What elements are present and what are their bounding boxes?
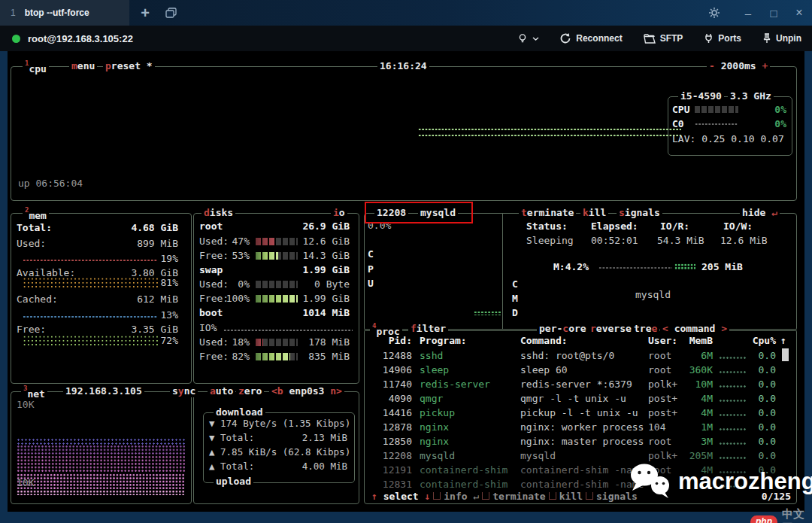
terminal-tab[interactable]: 1 btop --utf-force: [0, 0, 129, 26]
proc-header-program[interactable]: Program:: [420, 335, 467, 347]
php-logo-badge: php: [750, 515, 777, 523]
proc-scrollbar[interactable]: [782, 348, 789, 361]
process-row[interactable]: 14906 sleep sleep 60 root 360K 0.0: [365, 363, 795, 377]
net-box-title[interactable]: 3net: [21, 385, 47, 397]
detail-elapsed-value: 00:52:01: [591, 235, 638, 247]
auto-scale-button[interactable]: auto: [208, 385, 235, 397]
sort-next-button[interactable]: >: [721, 323, 727, 334]
upload-arrow-icon: ▲: [209, 461, 215, 472]
proc-box-title[interactable]: 4proc: [370, 323, 402, 335]
reverse-button[interactable]: reverse: [588, 323, 634, 335]
preset-button[interactable]: preset *: [103, 60, 155, 72]
disk-swap-name: swap: [199, 264, 223, 276]
info-button[interactable]: info: [444, 491, 467, 502]
kill-button[interactable]: kill: [580, 207, 608, 219]
proc-header-cpu[interactable]: Cpu%: [744, 335, 776, 347]
sftp-button[interactable]: SFTP: [644, 33, 683, 44]
select-up-button[interactable]: ↑: [371, 491, 377, 502]
new-tab-icon[interactable]: +: [134, 0, 156, 26]
filter-button[interactable]: filter: [408, 323, 448, 335]
disk-boot-io-graph: [223, 329, 353, 332]
mem-used-pct: 19%: [118, 253, 178, 265]
process-row[interactable]: 12878 nginx nginx: worker process 104 1M…: [365, 420, 795, 434]
proc-footer: ↑ select ↓info ↵terminatekillsignals: [370, 491, 639, 503]
sync-button[interactable]: sync: [170, 385, 198, 397]
sort-direction-icon[interactable]: ↑: [780, 335, 786, 347]
watermark: macrozheng: [629, 462, 812, 501]
process-row[interactable]: 11740 redis-server redis-server *:6379 p…: [365, 377, 795, 391]
detail-cmd-axis-label: CMD: [512, 277, 520, 320]
settings-gear-icon[interactable]: [703, 0, 726, 26]
connection-bar: root@192.168.3.105:22 Reconnect SFTP Por…: [0, 26, 812, 51]
zero-button[interactable]: zero: [236, 385, 264, 397]
terminate-footer-button[interactable]: terminate: [492, 491, 545, 502]
download-arrow-icon: ▼: [209, 418, 215, 429]
maximize-button[interactable]: □: [762, 0, 785, 26]
process-command: containerd-shim -name: [520, 463, 644, 477]
select-down-button[interactable]: ↓: [424, 491, 430, 502]
detail-status-label: Status:: [526, 220, 568, 233]
core0-label: C0: [672, 118, 684, 130]
process-cpu: 0.0: [750, 377, 776, 391]
disk-swap-free-label: Free:: [199, 293, 229, 305]
iface-next-button[interactable]: n>: [330, 385, 342, 397]
clock: 16:16:24: [377, 60, 429, 72]
unpin-button[interactable]: Unpin: [762, 33, 801, 44]
menu-button[interactable]: menu: [69, 60, 97, 72]
disk-boot-size: 1014 MiB: [259, 307, 350, 319]
proc-header-command[interactable]: Command:: [520, 335, 568, 347]
disk-boot-name: boot: [199, 307, 223, 319]
proc-header-user[interactable]: User:: [648, 335, 677, 347]
process-row[interactable]: 12208 mysqld mysqld polk+ 205M 0.0: [365, 449, 795, 463]
site-logo-text: 中文网: [782, 507, 812, 523]
up-speed-row: ▲ 7.85 KiB/s (62.8 Kibps): [209, 446, 350, 458]
sort-prev-button[interactable]: <: [662, 323, 668, 334]
mem-free-pct: 72%: [118, 335, 178, 347]
disk-swap-free-value: 1.99 GiB: [299, 293, 350, 305]
signals-button[interactable]: signals: [617, 207, 662, 219]
process-cpu-graph: [719, 442, 746, 445]
mem-box-title[interactable]: 2mem: [23, 207, 49, 219]
detail-mem-graph-baseline: [598, 266, 672, 269]
process-row[interactable]: 4090 qmgr qmgr -l -t unix -u post+ 4M 0.…: [365, 391, 795, 406]
ports-button[interactable]: Ports: [704, 33, 741, 44]
split-view-icon[interactable]: [159, 0, 182, 26]
kill-footer-button[interactable]: kill: [559, 491, 583, 502]
mem-used-value: 899 MiB: [80, 238, 178, 250]
tree-button[interactable]: tree: [632, 323, 659, 335]
hide-button[interactable]: hide ↵: [740, 207, 780, 219]
net-ip-address: 192.168.3.105: [63, 385, 144, 397]
reconnect-button[interactable]: Reconnect: [560, 33, 622, 44]
process-user: 104: [648, 420, 665, 434]
process-user: polk+: [648, 449, 677, 463]
proc-header-mem[interactable]: MemB: [677, 335, 713, 347]
interface-switcher: <b enp0s3 n>: [269, 385, 344, 397]
detail-status-value: Sleeping: [526, 235, 574, 247]
minimize-button[interactable]: –: [737, 0, 759, 26]
up-total-value: 4.00 MiB: [286, 461, 347, 473]
disk-boot-used-pct: 18%: [226, 336, 250, 348]
disk-root-used-value: 12.6 GiB: [299, 236, 350, 248]
terminate-button[interactable]: terminate: [519, 207, 576, 219]
cpu-total-value: 0%: [756, 104, 786, 116]
macro-bulb-button[interactable]: [517, 33, 539, 44]
interval-increase-button[interactable]: +: [762, 60, 768, 71]
disk-boot-used-label: Used:: [199, 336, 229, 348]
upload-label: upload: [214, 476, 253, 488]
process-program: nginx: [420, 434, 449, 449]
cpu-box-title[interactable]: 1cpu: [23, 60, 49, 72]
process-program: qmgr: [420, 391, 443, 406]
close-button[interactable]: ×: [788, 0, 810, 26]
per-core-button[interactable]: per-core: [537, 323, 589, 335]
io-mode-button[interactable]: io: [331, 207, 347, 219]
process-row[interactable]: 12850 nginx nginx: master process root 3…: [365, 434, 795, 449]
process-row[interactable]: 12488 sshd sshd: root@pts/0 root 6M 0.0: [365, 348, 795, 363]
select-label[interactable]: select: [383, 491, 419, 502]
detail-ior-value: 54.3 MiB: [657, 235, 704, 247]
disk-swap-free-meter: [256, 295, 298, 303]
interval-decrease-button[interactable]: -: [709, 60, 715, 71]
process-pid: 14416: [365, 406, 412, 420]
iface-prev-button[interactable]: <b: [271, 385, 283, 397]
disks-box-title[interactable]: disks: [201, 207, 235, 219]
process-row[interactable]: 14416 pickup pickup -l -t unix -u post+ …: [365, 406, 795, 420]
